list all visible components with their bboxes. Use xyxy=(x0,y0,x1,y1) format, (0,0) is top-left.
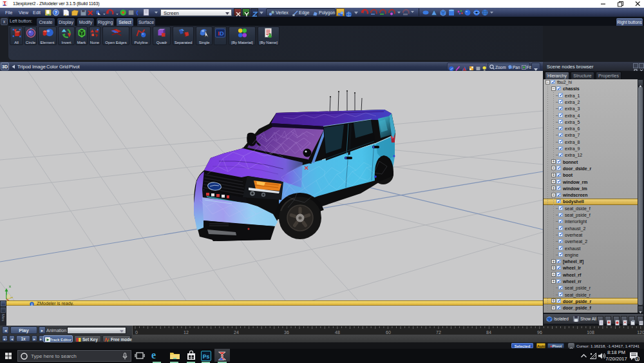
svg-text:?: ? xyxy=(54,10,57,15)
svg-text:D: D xyxy=(220,30,224,37)
svg-text:96: 96 xyxy=(537,330,542,335)
svg-text:36: 36 xyxy=(284,330,289,335)
svg-text:0: 0 xyxy=(135,330,138,335)
svg-text:84: 84 xyxy=(486,330,491,335)
svg-text:108: 108 xyxy=(587,330,594,335)
svg-text:48: 48 xyxy=(335,330,340,335)
svg-text:60: 60 xyxy=(386,330,391,335)
svg-text:24: 24 xyxy=(234,330,239,335)
svg-text:72: 72 xyxy=(436,330,441,335)
svg-text:120: 120 xyxy=(637,330,644,335)
svg-text:12: 12 xyxy=(184,330,189,335)
svg-text:Ps: Ps xyxy=(203,353,210,360)
svg-text:9: 9 xyxy=(636,357,638,361)
